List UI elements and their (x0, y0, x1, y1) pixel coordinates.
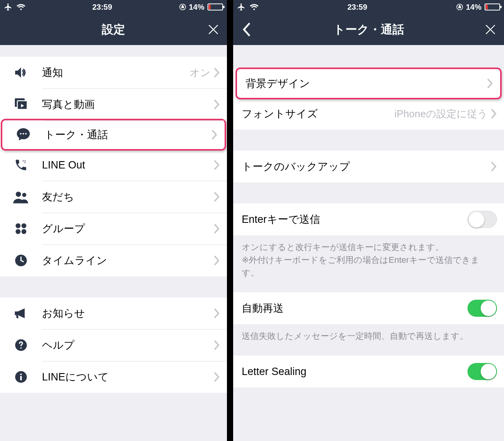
svg-point-9 (16, 192, 21, 197)
row-label: 背景デザイン (246, 76, 487, 90)
info-icon (11, 367, 31, 387)
airplane-icon (237, 3, 246, 11)
chat-bubble-icon (13, 125, 33, 145)
wifi-icon (16, 3, 26, 11)
svg-point-13 (16, 229, 21, 234)
row-label: LINEについて (42, 370, 214, 384)
chevron-right-icon (214, 340, 220, 350)
row-label: 自動再送 (242, 301, 467, 315)
row-talk-backup[interactable]: トークのバックアップ (233, 151, 504, 182)
battery-icon (208, 3, 223, 10)
svg-point-19 (20, 373, 22, 375)
chevron-right-icon (214, 99, 220, 109)
svg-point-8 (24, 162, 26, 163)
svg-point-10 (22, 193, 26, 197)
svg-point-14 (21, 229, 26, 234)
chevron-right-icon (491, 161, 497, 172)
svg-point-4 (23, 133, 24, 135)
close-button[interactable] (200, 14, 227, 45)
footnote-auto-resend: 送信失敗したメッセージを一定時間、自動で再送します。 (233, 324, 504, 350)
row-letter-sealing: Letter Sealing (233, 356, 504, 387)
svg-point-11 (16, 223, 21, 228)
row-label: 写真と動画 (42, 97, 214, 111)
row-talk-call[interactable]: トーク・通話 (1, 119, 226, 151)
row-help[interactable]: ヘルプ (0, 329, 227, 361)
close-button[interactable] (477, 14, 504, 45)
page-title: 設定 (102, 22, 125, 38)
row-background-design[interactable]: 背景デザイン (235, 68, 502, 99)
row-timeline[interactable]: タイムライン (0, 245, 227, 276)
settings-group-1: 通知 オン 写真と動画 トーク・通話 LINE Out (0, 57, 227, 276)
settings-screen: 23:59 14% 設定 通知 オン 写真と動画 (0, 0, 227, 441)
talk-call-screen: 23:59 14% トーク・通話 背景デザイン フォントサイズ iPhoneの設… (233, 0, 504, 441)
battery-pct: 14% (189, 3, 204, 12)
row-label: Enterキーで送信 (242, 212, 467, 226)
svg-point-12 (21, 223, 26, 228)
row-label: トークのバックアップ (242, 160, 491, 174)
row-friends[interactable]: 友だち (0, 181, 227, 213)
row-value: iPhoneの設定に従う (326, 107, 488, 121)
row-enter-send: Enterキーで送信 (233, 203, 504, 235)
battery-pct: 14% (466, 3, 481, 12)
chevron-right-icon (214, 68, 220, 78)
svg-point-3 (20, 133, 21, 135)
settings-group-2: お知らせ ヘルプ LINEについて (0, 297, 227, 393)
media-icon (11, 94, 31, 115)
status-bar: 23:59 14% (0, 0, 227, 14)
wifi-icon (249, 3, 259, 11)
status-bar: 23:59 14% (233, 0, 504, 14)
row-news[interactable]: お知らせ (0, 297, 227, 329)
orientation-lock-icon (179, 3, 187, 11)
battery-icon (485, 3, 500, 10)
row-label: LINE Out (42, 159, 214, 171)
row-auto-resend: 自動再送 (233, 292, 504, 324)
row-line-out[interactable]: LINE Out (0, 149, 227, 181)
megaphone-icon (11, 303, 31, 323)
svg-point-6 (23, 160, 24, 161)
row-notifications[interactable]: 通知 オン (0, 57, 227, 89)
orientation-lock-icon (456, 3, 464, 11)
row-value: オン (190, 66, 211, 80)
clock-icon (11, 250, 31, 271)
toggle-enter-send[interactable] (467, 211, 497, 228)
status-time: 23:59 (92, 3, 112, 12)
phone-out-icon (11, 155, 31, 175)
chevron-right-icon (214, 308, 220, 318)
page-title: トーク・通話 (333, 22, 404, 38)
row-label: 通知 (42, 66, 190, 80)
row-font-size[interactable]: フォントサイズ iPhoneの設定に従う (233, 98, 504, 130)
chevron-right-icon (214, 372, 220, 382)
chevron-right-icon (214, 255, 220, 266)
row-photos-videos[interactable]: 写真と動画 (0, 89, 227, 120)
row-label: お知らせ (42, 306, 214, 320)
friends-icon (11, 187, 31, 207)
chevron-right-icon (214, 160, 220, 170)
toggle-auto-resend[interactable] (467, 300, 497, 317)
row-label: フォントサイズ (242, 107, 318, 121)
row-label: 友だち (42, 190, 214, 204)
footnote-enter-send: オンにすると改行キーが送信キーに変更されます。 ※外付けキーボードをご利用の場合… (233, 235, 504, 287)
groups-icon (11, 219, 31, 239)
speaker-icon (11, 63, 31, 83)
row-label: グループ (42, 222, 214, 236)
row-groups[interactable]: グループ (0, 213, 227, 245)
row-about-line[interactable]: LINEについて (0, 361, 227, 393)
row-label: トーク・通話 (44, 128, 211, 142)
status-time: 23:59 (347, 3, 367, 12)
chevron-right-icon (211, 130, 218, 140)
row-label: ヘルプ (42, 338, 214, 352)
chevron-right-icon (491, 109, 497, 119)
back-button[interactable] (233, 14, 260, 45)
nav-header: トーク・通話 (233, 14, 504, 45)
svg-point-7 (24, 160, 26, 161)
nav-header: 設定 (0, 14, 227, 45)
svg-point-17 (20, 347, 22, 349)
row-label: タイムライン (42, 253, 214, 267)
svg-point-5 (25, 133, 27, 135)
chevron-right-icon (214, 192, 220, 202)
help-icon (11, 335, 31, 355)
chevron-right-icon (214, 224, 220, 234)
row-label: Letter Sealing (242, 366, 467, 378)
airplane-icon (4, 3, 12, 11)
toggle-letter-sealing[interactable] (467, 363, 497, 380)
